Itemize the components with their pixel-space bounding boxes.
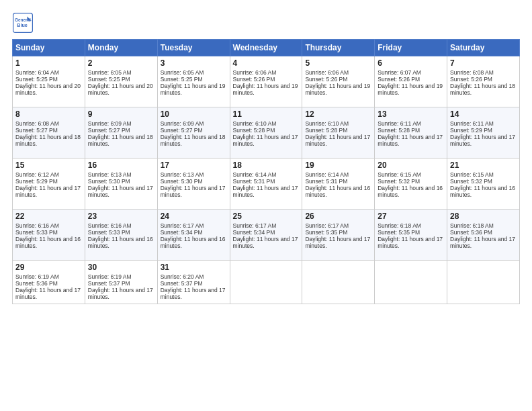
day-info-line: Daylight: 11 hours and 17 minutes. <box>233 236 300 249</box>
day-number: 19 <box>305 161 371 170</box>
day-number: 22 <box>15 212 82 221</box>
day-info-line: Sunrise: 6:09 AM <box>161 120 227 127</box>
day-info-line: Sunset: 5:30 PM <box>88 178 154 185</box>
day-info-line: Sunrise: 6:08 AM <box>15 120 82 127</box>
day-number: 21 <box>450 161 517 170</box>
day-info-line: Sunset: 5:25 PM <box>161 76 227 83</box>
calendar-cell <box>447 261 520 304</box>
day-info-line: Sunrise: 6:11 AM <box>378 120 444 127</box>
day-info-line: Daylight: 11 hours and 19 minutes. <box>378 83 444 96</box>
day-info-line: Sunrise: 6:19 AM <box>15 273 82 280</box>
day-info-line: Daylight: 11 hours and 17 minutes. <box>161 287 227 300</box>
logo: General Blue <box>12 12 36 34</box>
day-info-line: Sunrise: 6:10 AM <box>233 120 300 127</box>
day-info-line: Sunset: 5:26 PM <box>233 76 300 83</box>
day-info-line: Sunrise: 6:20 AM <box>161 273 227 280</box>
calendar-page: General Blue SundayMondayTuesdayWednesda… <box>0 0 532 411</box>
day-info-line: Sunset: 5:33 PM <box>88 229 154 236</box>
calendar-cell: 17Sunrise: 6:13 AMSunset: 5:30 PMDayligh… <box>157 158 230 210</box>
calendar-cell: 4Sunrise: 6:06 AMSunset: 5:26 PMDaylight… <box>230 56 302 107</box>
calendar-cell: 29Sunrise: 6:19 AMSunset: 5:36 PMDayligh… <box>13 261 85 304</box>
day-number: 2 <box>88 58 154 68</box>
day-number: 18 <box>233 161 300 170</box>
calendar-cell: 6Sunrise: 6:07 AMSunset: 5:26 PMDaylight… <box>375 56 447 107</box>
day-number: 31 <box>161 263 227 272</box>
calendar-week-row: 1Sunrise: 6:04 AMSunset: 5:25 PMDaylight… <box>13 56 520 107</box>
weekday-header-thursday: Thursday <box>302 40 375 56</box>
day-number: 1 <box>15 58 82 68</box>
calendar-cell: 7Sunrise: 6:08 AMSunset: 5:26 PMDaylight… <box>447 56 520 107</box>
day-number: 7 <box>450 58 517 68</box>
day-info-line: Sunset: 5:31 PM <box>233 178 300 185</box>
weekday-header-sunday: Sunday <box>13 40 85 56</box>
day-info-line: Daylight: 11 hours and 17 minutes. <box>15 185 82 198</box>
day-number: 24 <box>161 212 227 221</box>
day-number: 12 <box>305 109 371 119</box>
day-info-line: Sunset: 5:30 PM <box>161 178 227 185</box>
day-number: 30 <box>88 263 154 272</box>
day-info-line: Sunrise: 6:09 AM <box>88 120 154 127</box>
day-info-line: Sunset: 5:36 PM <box>450 229 517 236</box>
day-info-line: Sunset: 5:29 PM <box>450 127 517 134</box>
calendar-cell: 14Sunrise: 6:11 AMSunset: 5:29 PMDayligh… <box>447 107 520 158</box>
calendar-table: SundayMondayTuesdayWednesdayThursdayFrid… <box>12 39 520 304</box>
day-number: 10 <box>161 109 227 119</box>
calendar-cell: 1Sunrise: 6:04 AMSunset: 5:25 PMDaylight… <box>13 56 85 107</box>
day-info-line: Daylight: 11 hours and 18 minutes. <box>15 134 82 147</box>
day-number: 5 <box>305 58 371 68</box>
day-number: 28 <box>450 212 517 221</box>
day-info-line: Sunrise: 6:18 AM <box>378 222 444 229</box>
day-number: 8 <box>15 109 82 119</box>
day-number: 17 <box>161 161 227 170</box>
day-number: 26 <box>305 212 371 221</box>
day-info-line: Sunset: 5:36 PM <box>15 280 82 287</box>
weekday-header-row: SundayMondayTuesdayWednesdayThursdayFrid… <box>13 40 520 56</box>
day-info-line: Sunrise: 6:11 AM <box>450 120 517 127</box>
day-info-line: Sunrise: 6:15 AM <box>378 171 444 178</box>
day-info-line: Daylight: 11 hours and 18 minutes. <box>161 134 227 147</box>
day-info-line: Sunset: 5:27 PM <box>161 127 227 134</box>
calendar-cell: 28Sunrise: 6:18 AMSunset: 5:36 PMDayligh… <box>447 210 520 261</box>
day-info-line: Sunrise: 6:08 AM <box>450 69 517 76</box>
calendar-week-row: 29Sunrise: 6:19 AMSunset: 5:36 PMDayligh… <box>13 261 520 304</box>
day-info-line: Daylight: 11 hours and 17 minutes. <box>450 236 517 249</box>
weekday-header-wednesday: Wednesday <box>230 40 302 56</box>
calendar-cell: 12Sunrise: 6:10 AMSunset: 5:28 PMDayligh… <box>302 107 375 158</box>
day-info-line: Daylight: 11 hours and 16 minutes. <box>15 236 82 249</box>
day-info-line: Sunset: 5:35 PM <box>305 229 371 236</box>
calendar-cell: 11Sunrise: 6:10 AMSunset: 5:28 PMDayligh… <box>230 107 302 158</box>
day-info-line: Daylight: 11 hours and 16 minutes. <box>88 236 154 249</box>
calendar-week-row: 8Sunrise: 6:08 AMSunset: 5:27 PMDaylight… <box>13 107 520 158</box>
day-info-line: Sunrise: 6:04 AM <box>15 69 82 76</box>
logo-icon: General Blue <box>12 12 34 34</box>
calendar-cell: 26Sunrise: 6:17 AMSunset: 5:35 PMDayligh… <box>302 210 375 261</box>
day-info-line: Sunset: 5:37 PM <box>88 280 154 287</box>
calendar-cell: 15Sunrise: 6:12 AMSunset: 5:29 PMDayligh… <box>13 158 85 210</box>
day-info-line: Daylight: 11 hours and 16 minutes. <box>161 236 227 249</box>
calendar-cell: 25Sunrise: 6:17 AMSunset: 5:34 PMDayligh… <box>230 210 302 261</box>
day-info-line: Sunset: 5:26 PM <box>378 76 444 83</box>
day-info-line: Daylight: 11 hours and 16 minutes. <box>305 185 371 198</box>
day-info-line: Daylight: 11 hours and 19 minutes. <box>305 83 371 96</box>
day-number: 20 <box>378 161 444 170</box>
day-number: 11 <box>233 109 300 119</box>
calendar-cell <box>230 261 302 304</box>
calendar-cell: 9Sunrise: 6:09 AMSunset: 5:27 PMDaylight… <box>85 107 157 158</box>
day-info-line: Daylight: 11 hours and 17 minutes. <box>378 134 444 147</box>
day-number: 15 <box>15 161 82 170</box>
day-info-line: Daylight: 11 hours and 16 minutes. <box>378 185 444 198</box>
day-info-line: Sunset: 5:34 PM <box>161 229 227 236</box>
weekday-header-tuesday: Tuesday <box>157 40 230 56</box>
day-info-line: Sunrise: 6:07 AM <box>378 69 444 76</box>
weekday-header-friday: Friday <box>375 40 447 56</box>
calendar-cell: 19Sunrise: 6:14 AMSunset: 5:31 PMDayligh… <box>302 158 375 210</box>
calendar-week-row: 22Sunrise: 6:16 AMSunset: 5:33 PMDayligh… <box>13 210 520 261</box>
day-info-line: Sunset: 5:32 PM <box>378 178 444 185</box>
day-info-line: Sunset: 5:34 PM <box>233 229 300 236</box>
day-info-line: Daylight: 11 hours and 17 minutes. <box>233 185 300 198</box>
day-info-line: Sunrise: 6:17 AM <box>233 222 300 229</box>
day-info-line: Sunset: 5:28 PM <box>378 127 444 134</box>
calendar-cell <box>302 261 375 304</box>
day-number: 25 <box>233 212 300 221</box>
calendar-cell: 20Sunrise: 6:15 AMSunset: 5:32 PMDayligh… <box>375 158 447 210</box>
